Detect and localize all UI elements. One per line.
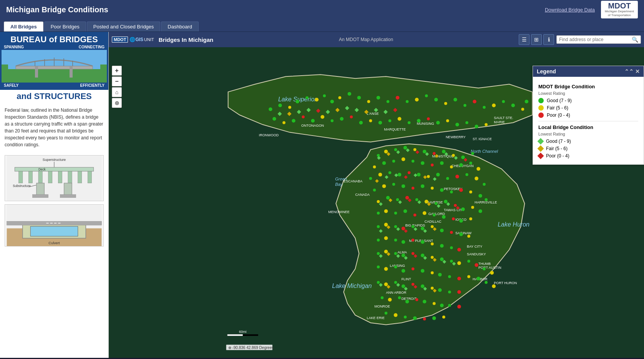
- svg-point-295: [442, 316, 445, 319]
- svg-rect-22: [88, 171, 91, 183]
- svg-point-174: [398, 173, 402, 177]
- structures-title: and STRUCTURES: [0, 90, 108, 103]
- svg-point-209: [377, 212, 380, 215]
- download-link[interactable]: Download Bridge Data: [545, 7, 595, 13]
- svg-point-113: [282, 121, 285, 124]
- svg-point-217: [452, 217, 455, 220]
- svg-point-230: [467, 235, 470, 238]
- svg-text:North Channel: North Channel: [471, 149, 498, 154]
- home-button[interactable]: ⌂: [112, 87, 122, 97]
- svg-text:SAULT STE.: SAULT STE.: [494, 116, 513, 120]
- svg-text:THUMB: THUMB: [478, 262, 491, 266]
- svg-point-131: [455, 123, 459, 127]
- svg-point-273: [412, 283, 415, 286]
- tab-bar: All Bridges Poor Bridges Posted and Clos…: [0, 19, 644, 32]
- svg-point-129: [436, 121, 440, 125]
- svg-point-181: [465, 173, 468, 176]
- tab-posted-bridges[interactable]: Posted and Closed Bridges: [87, 22, 161, 31]
- svg-rect-346: [227, 334, 243, 336]
- svg-point-224: [412, 225, 415, 228]
- svg-point-164: [421, 161, 425, 165]
- svg-point-149: [384, 150, 388, 154]
- search-box[interactable]: 🔍: [556, 35, 641, 44]
- zoom-in-button[interactable]: +: [112, 66, 122, 76]
- gis-label: 🌐GIS: [129, 37, 143, 42]
- svg-text:LANSING: LANSING: [390, 264, 405, 268]
- svg-point-172: [378, 173, 382, 177]
- map-subtitle: An MDOT Map Application: [216, 37, 516, 42]
- legend-panel: Legend ⌃⌃ ✕ MDOT Bridge Condition Lowest…: [533, 66, 644, 165]
- svg-point-175: [408, 171, 411, 174]
- svg-point-260: [421, 269, 425, 273]
- svg-text:Substructure: Substructure: [13, 184, 31, 188]
- legend-close-icon[interactable]: ✕: [635, 68, 640, 74]
- svg-text:IRONWOOD: IRONWOOD: [259, 133, 279, 137]
- svg-point-124: [388, 119, 392, 122]
- svg-point-97: [396, 96, 400, 99]
- svg-rect-19: [58, 171, 62, 183]
- svg-point-212: [403, 209, 407, 213]
- legend-collapse-icon[interactable]: ⌃⌃: [624, 68, 634, 74]
- local-fair-label: Fair (5 - 6): [546, 146, 568, 151]
- search-icon[interactable]: 🔍: [632, 36, 638, 43]
- svg-point-168: [459, 163, 463, 167]
- svg-point-159: [373, 165, 376, 169]
- svg-text:MENOMINEE: MENOMINEE: [328, 210, 350, 214]
- svg-point-287: [448, 304, 451, 307]
- tab-all-bridges[interactable]: All Bridges: [4, 22, 43, 31]
- svg-text:BAY CITY: BAY CITY: [467, 245, 482, 248]
- svg-point-262: [438, 273, 442, 276]
- svg-rect-3: [35, 66, 38, 78]
- svg-point-275: [431, 286, 434, 290]
- local-lowest-rating: Lowest Rating: [538, 132, 638, 136]
- logo-subtext: Michigan Departmentof Transportation: [605, 10, 634, 17]
- svg-point-198: [386, 196, 390, 200]
- svg-point-163: [412, 160, 415, 163]
- svg-point-186: [392, 183, 395, 186]
- svg-point-154: [433, 152, 436, 155]
- svg-point-84: [278, 103, 282, 107]
- grid-view-icon[interactable]: ⊞: [531, 34, 542, 45]
- svg-point-228: [450, 231, 453, 234]
- list-view-icon[interactable]: ☰: [519, 34, 529, 45]
- svg-text:ESCANABA: ESCANABA: [344, 179, 362, 183]
- search-input[interactable]: [559, 37, 632, 42]
- svg-point-226: [431, 225, 434, 228]
- svg-point-203: [435, 202, 438, 205]
- map-container[interactable]: MDOT 🌐GIS UNIT Bridges In Michigan An MD…: [109, 32, 644, 358]
- svg-point-194: [469, 190, 472, 194]
- svg-point-294: [432, 316, 436, 320]
- svg-point-236: [421, 240, 425, 244]
- svg-point-277: [448, 290, 451, 293]
- svg-point-185: [382, 184, 386, 188]
- svg-point-291: [404, 316, 407, 319]
- tab-dashboard[interactable]: Dashboard: [161, 22, 199, 31]
- sidebar-description: Federal law, outlined in the National Br…: [0, 103, 108, 152]
- svg-text:L'ANSE: L'ANSE: [367, 112, 378, 116]
- zoom-out-button[interactable]: −: [112, 76, 122, 86]
- map-canvas[interactable]: Lake Superior Lake Huron Lake Michigan G…: [109, 47, 644, 358]
- svg-point-245: [412, 252, 415, 255]
- tab-poor-bridges[interactable]: Poor Bridges: [44, 22, 86, 31]
- locate-button[interactable]: ◎: [112, 98, 122, 108]
- svg-point-205: [454, 204, 457, 207]
- svg-point-120: [350, 116, 353, 119]
- svg-point-216: [442, 215, 446, 219]
- svg-rect-4: [70, 66, 73, 78]
- svg-text:PORT AUSTIN: PORT AUSTIN: [478, 266, 501, 270]
- svg-point-196: [485, 198, 488, 201]
- svg-point-101: [434, 98, 438, 101]
- svg-text:SANDUSKY: SANDUSKY: [467, 252, 486, 256]
- local-good-diamond: [538, 138, 544, 145]
- bridge-illustration: [8, 50, 100, 83]
- svg-point-100: [425, 94, 428, 97]
- svg-point-107: [492, 103, 496, 107]
- svg-point-210: [384, 209, 388, 213]
- svg-point-115: [302, 116, 305, 119]
- local-good-label: Good (7 - 9): [546, 139, 571, 144]
- svg-point-234: [402, 240, 405, 244]
- info-icon[interactable]: ℹ: [543, 34, 554, 45]
- svg-point-85: [288, 106, 291, 109]
- svg-point-90: [330, 99, 334, 103]
- svg-point-244: [402, 253, 405, 257]
